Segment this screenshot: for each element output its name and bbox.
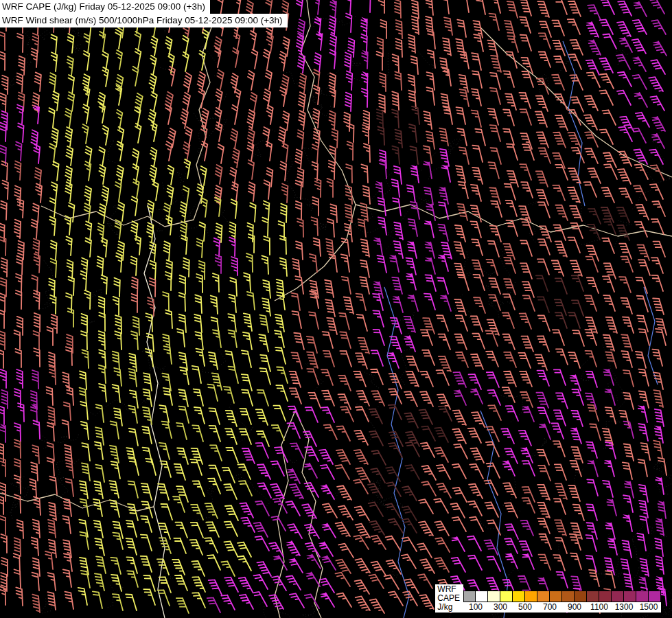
legend-swatch	[636, 591, 649, 602]
legend-tick-label: 1100	[590, 602, 608, 613]
legend-tick-label: 1500	[640, 602, 658, 613]
legend-tick-label: 1300	[615, 602, 634, 613]
legend-scale: 100300500700900110013001500	[463, 591, 661, 613]
legend-swatch	[649, 591, 661, 602]
legend-swatch	[599, 591, 612, 602]
legend-tick-label: 100	[469, 602, 483, 613]
legend-swatch	[550, 591, 562, 602]
title-line-shear: WRF Wind shear (m/s) 500/1000hPa Friday …	[0, 14, 288, 27]
legend-swatch	[537, 591, 550, 602]
legend-swatch	[488, 591, 500, 602]
legend-swatch-row	[463, 591, 661, 602]
legend-swatch	[513, 591, 525, 602]
legend-swatch	[575, 591, 587, 602]
cape-legend: WRF CAPE J/kg 10030050070090011001300150…	[435, 584, 661, 613]
legend-tick-row: 100300500700900110013001500	[463, 602, 661, 613]
legend-swatch	[500, 591, 513, 602]
legend-tick-label: 900	[568, 602, 581, 613]
legend-swatch	[587, 591, 599, 602]
legend-label-block: WRF CAPE J/kg	[435, 584, 463, 613]
legend-swatch	[463, 591, 476, 602]
legend-tick-label: 700	[543, 602, 557, 613]
legend-swatch	[562, 591, 575, 602]
legend-swatch	[525, 591, 537, 602]
legend-swatch	[476, 591, 488, 602]
legend-swatch	[612, 591, 624, 602]
legend-unit-label: J/kg	[437, 603, 460, 612]
title-line-cape: WRF CAPE (J/kg) Friday 05-12-2025 09:00 …	[0, 0, 210, 14]
weather-map-canvas	[0, 0, 672, 618]
legend-swatch	[624, 591, 636, 602]
legend-tick-label: 300	[494, 602, 507, 613]
title-bar: WRF CAPE (J/kg) Friday 05-12-2025 09:00 …	[0, 0, 288, 27]
legend-tick-label: 500	[518, 602, 532, 613]
weather-map: WRF CAPE (J/kg) Friday 05-12-2025 09:00 …	[0, 0, 672, 618]
